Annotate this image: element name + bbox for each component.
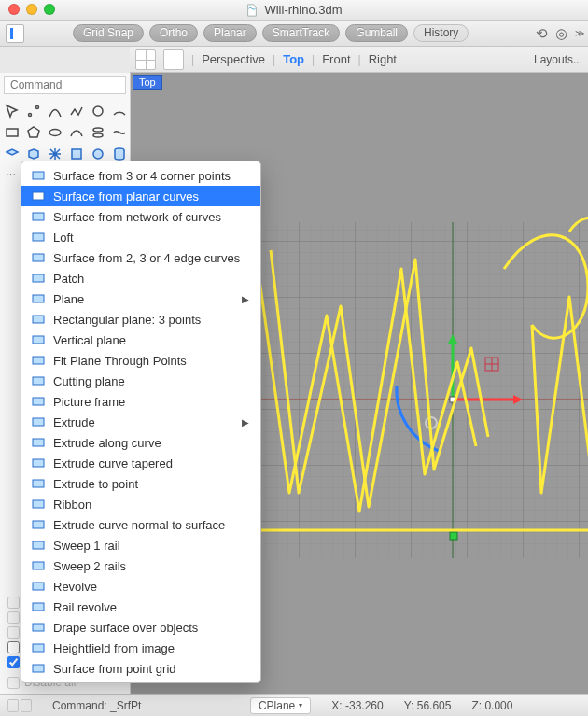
svg-point-8 <box>93 149 103 159</box>
toggle-ortho[interactable]: Ortho <box>149 24 198 42</box>
menu-item-ribbon[interactable]: Ribbon <box>21 494 260 514</box>
menu-item-rail-revolve[interactable]: Rail revolve <box>21 597 260 617</box>
menu-item-heightfield[interactable]: Heightfield from image <box>21 638 260 658</box>
patch-icon <box>31 271 46 286</box>
freeform-tool-icon[interactable] <box>109 122 129 142</box>
toggle-planar[interactable]: Planar <box>203 24 257 42</box>
vert-plane-icon <box>31 332 46 347</box>
titlebar: Will-rhino.3dm <box>0 0 588 21</box>
sweep1-icon <box>31 538 46 553</box>
menu-item-extrude-point[interactable]: Extrude to point <box>21 473 260 494</box>
menu-item-extrude-curve[interactable]: Extrude along curve <box>21 432 260 453</box>
view-tab-top[interactable]: Top <box>283 52 304 66</box>
menu-item-label: Extrude along curve <box>53 436 161 450</box>
menu-item-label: Picture frame <box>53 395 125 409</box>
overflow-icon[interactable]: ≫ <box>575 28 582 38</box>
status-x: X: -33.260 <box>331 699 383 712</box>
menu-item-rect-plane[interactable]: Rectangular plane: 3 points <box>21 309 260 330</box>
menu-item-label: Extrude <box>53 415 95 429</box>
menu-item-label: Rail revolve <box>53 600 117 614</box>
menu-item-patch[interactable]: Patch <box>21 268 260 288</box>
menu-item-label: Sweep 2 rails <box>53 559 126 573</box>
menu-item-srf-ptgrid[interactable]: Surface from point grid <box>21 658 260 679</box>
toggle-smarttrack[interactable]: SmartTrack <box>262 24 341 42</box>
menu-item-loft[interactable]: Loft <box>21 227 260 247</box>
minimize-window-icon[interactable] <box>26 4 37 15</box>
menu-item-plane[interactable]: Plane▶ <box>21 288 260 309</box>
menu-item-srf-edge[interactable]: Surface from 2, 3 or 4 edge curves <box>21 247 260 268</box>
sync-icon[interactable]: ⟲ <box>536 25 548 42</box>
menu-item-extrude[interactable]: Extrude▶ <box>21 412 260 432</box>
extrude-taper-icon <box>31 456 46 470</box>
menu-item-label: Patch <box>53 272 84 286</box>
menu-item-drape[interactable]: Drape surface over objects <box>21 617 260 638</box>
menu-item-sweep1[interactable]: Sweep 1 rail <box>21 535 260 555</box>
polygon-tool-icon[interactable] <box>23 122 43 142</box>
surface-menu-icon[interactable] <box>2 144 21 163</box>
helix-tool-icon[interactable] <box>88 122 107 142</box>
menu-item-label: Loft <box>53 231 74 245</box>
arc-tool-icon[interactable] <box>109 101 129 120</box>
menu-item-label: Extrude curve normal to surface <box>53 518 225 532</box>
menu-item-extrude-normal[interactable]: Extrude curve normal to surface <box>21 514 260 535</box>
toggle-history[interactable]: History <box>413 24 469 42</box>
point-tool-icon[interactable] <box>23 101 43 120</box>
status-bar: Command: _SrfPt CPlane▾ X: -33.260 Y: 56… <box>0 694 588 716</box>
menu-item-vert-plane[interactable]: Vertical plane <box>21 330 260 350</box>
sidebar-toggle-icon[interactable] <box>6 24 24 43</box>
window-title: Will-rhino.3dm <box>245 3 342 17</box>
svg-rect-50 <box>33 624 44 631</box>
pointer-tool-icon[interactable] <box>2 101 21 120</box>
menu-item-label: Cutting plane <box>53 374 125 388</box>
menu-item-fit-plane[interactable]: Fit Plane Through Points <box>21 350 260 371</box>
menu-item-srf-pts[interactable]: Surface from 3 or 4 corner points <box>21 165 260 186</box>
menu-item-label: Drape surface over objects <box>53 621 198 635</box>
command-input[interactable] <box>4 76 126 94</box>
status-cplane[interactable]: CPlane▾ <box>250 697 311 714</box>
menu-item-srf-planar[interactable]: Surface from planar curves <box>21 186 260 206</box>
status-y: Y: 56.605 <box>404 699 452 712</box>
svg-rect-51 <box>33 644 44 652</box>
menu-item-cut-plane[interactable]: Cutting plane <box>21 371 260 391</box>
svg-rect-36 <box>33 336 44 344</box>
menu-item-sweep2[interactable]: Sweep 2 rails <box>21 555 260 576</box>
svg-rect-38 <box>33 377 44 385</box>
view-tab-front[interactable]: Front <box>322 52 350 66</box>
line-tool-icon[interactable] <box>45 101 64 120</box>
statusbar-indicators <box>7 699 32 712</box>
loft-icon <box>31 230 46 245</box>
menu-item-extrude-taper[interactable]: Extrude curve tapered <box>21 453 260 473</box>
polyline-tool-icon[interactable] <box>66 101 86 120</box>
view-tab-layouts[interactable]: Layouts... <box>534 53 582 66</box>
status-command: Command: _SrfPt <box>52 699 141 712</box>
zoom-window-icon[interactable] <box>44 4 55 15</box>
toggle-grid-snap[interactable]: Grid Snap <box>73 24 144 42</box>
srf-network-icon <box>31 209 46 224</box>
svg-rect-7 <box>72 149 81 159</box>
menu-item-label: Heightfield from image <box>53 641 175 655</box>
svg-rect-46 <box>33 541 44 549</box>
svg-rect-39 <box>33 398 44 405</box>
four-view-icon[interactable] <box>135 49 156 70</box>
svg-rect-3 <box>7 129 18 136</box>
svg-rect-45 <box>33 521 44 528</box>
menu-item-label: Extrude to point <box>53 477 138 491</box>
menu-item-label: Surface from 3 or 4 corner points <box>53 169 231 183</box>
view-tab-perspective[interactable]: Perspective <box>202 52 265 66</box>
menu-item-revolve[interactable]: Revolve <box>21 576 260 597</box>
rectangle-tool-icon[interactable] <box>2 122 21 142</box>
menu-item-picture[interactable]: Picture frame <box>21 391 260 412</box>
single-view-icon[interactable] <box>163 49 184 70</box>
circle-tool-icon[interactable] <box>88 101 107 120</box>
menu-item-label: Sweep 1 rail <box>53 539 120 553</box>
record-icon[interactable]: ◎ <box>555 25 567 42</box>
view-tab-right[interactable]: Right <box>369 52 397 66</box>
menu-item-label: Surface from network of curves <box>53 210 221 224</box>
svg-point-2 <box>93 106 103 116</box>
ellipse-tool-icon[interactable] <box>45 122 64 142</box>
curve-tool-icon[interactable] <box>66 122 86 142</box>
toggle-gumball[interactable]: Gumball <box>345 24 408 42</box>
rail-revolve-icon <box>31 599 46 614</box>
menu-item-srf-network[interactable]: Surface from network of curves <box>21 206 260 227</box>
close-window-icon[interactable] <box>8 4 20 15</box>
